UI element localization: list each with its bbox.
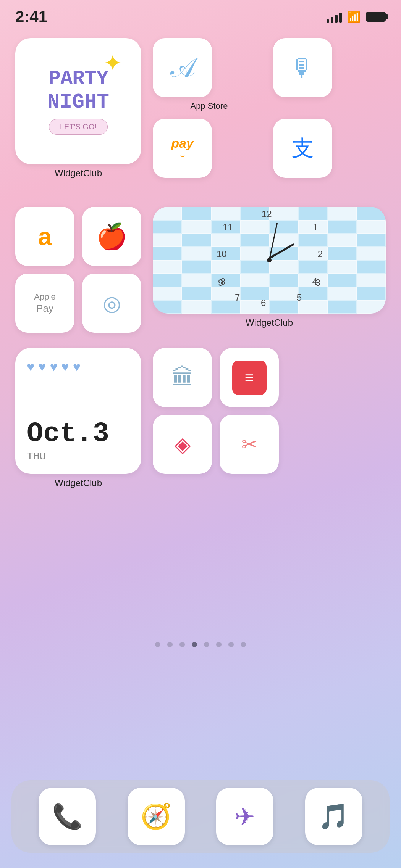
clock-face: 12 1 2 3 4 5 6 7 8 9 10 11 bbox=[216, 207, 323, 314]
alipay-container: 支 bbox=[273, 119, 386, 192]
dock-telegram[interactable]: ✈ bbox=[216, 788, 273, 845]
clock-num-5: 5 bbox=[297, 292, 302, 303]
apple-symbol: 🍎 bbox=[96, 222, 127, 251]
telegram-icon: ✈ bbox=[234, 802, 255, 831]
clock-num-4: 4 bbox=[312, 276, 317, 287]
clock-num-10: 10 bbox=[217, 249, 227, 259]
capcut-icon[interactable]: ✂ bbox=[220, 415, 279, 474]
wifi-icon: 📶 bbox=[347, 11, 361, 23]
safari-icon: 🧭 bbox=[141, 802, 171, 831]
microphone-container: 🎙 bbox=[273, 38, 386, 111]
amazon-pay-text: pay bbox=[171, 136, 194, 151]
dock: 📞 🧭 ✈ 🎵 bbox=[11, 780, 390, 853]
party-night-widget[interactable]: ✦ PARTY NIGHT LET'S GO! WidgetClub bbox=[15, 38, 141, 179]
appstore-letter: 𝒜 bbox=[171, 52, 194, 84]
heart-4: ♥ bbox=[61, 359, 69, 374]
clock-widget[interactable]: 12 1 2 3 4 5 6 7 8 9 10 11 bbox=[153, 207, 386, 314]
audible-icon[interactable]: ◎ bbox=[82, 274, 141, 333]
date-widget-container: ♥ ♥ ♥ ♥ ♥ Oct.3 THU WidgetClub bbox=[15, 348, 141, 488]
clock-num-1: 1 bbox=[313, 222, 318, 233]
mic-symbol: 🎙 bbox=[290, 53, 315, 82]
page-dot-1[interactable] bbox=[167, 642, 173, 647]
row3-right-grid: 🏛 ≡ ◈ ✂ bbox=[153, 348, 279, 474]
dock-music[interactable]: 🎵 bbox=[305, 788, 362, 845]
museum-icon[interactable]: 🏛 bbox=[153, 348, 212, 407]
signal-bar-2 bbox=[331, 17, 333, 23]
clock-widget-label: WidgetClub bbox=[246, 317, 293, 328]
page-dot-4[interactable] bbox=[204, 642, 209, 647]
buffer-symbol: ◈ bbox=[175, 432, 191, 457]
clock-num-7: 7 bbox=[235, 292, 240, 303]
party-widget-label: WidgetClub bbox=[15, 168, 141, 179]
microphone-icon[interactable]: 🎙 bbox=[273, 38, 332, 97]
clock-num-6: 6 bbox=[261, 298, 266, 308]
heart-1: ♥ bbox=[27, 359, 34, 374]
row2: a 🍎 Apple Pay ◎ bbox=[15, 207, 386, 333]
amazon-pay-icon[interactable]: pay ⌣ bbox=[153, 119, 212, 178]
dock-phone[interactable]: 📞 bbox=[39, 788, 96, 845]
rednotes-symbol: ≡ bbox=[245, 369, 254, 386]
heart-3: ♥ bbox=[50, 359, 57, 374]
capcut-symbol: ✂ bbox=[241, 433, 257, 456]
page-dot-7[interactable] bbox=[241, 642, 246, 647]
app-store-label: App Store bbox=[153, 101, 265, 111]
clock-center-dot bbox=[267, 258, 272, 262]
apple-store-icon[interactable]: 🍎 bbox=[82, 207, 141, 266]
signal-bar-4 bbox=[339, 13, 342, 23]
date-widget[interactable]: ♥ ♥ ♥ ♥ ♥ Oct.3 THU bbox=[15, 348, 141, 474]
page-dot-2[interactable] bbox=[179, 642, 185, 647]
amazon-pay-container: pay ⌣ bbox=[153, 119, 265, 192]
amazon-arrow: ⌣ bbox=[180, 151, 185, 161]
app-store-container: 𝒜 App Store bbox=[153, 38, 265, 111]
museum-symbol: 🏛 bbox=[171, 364, 194, 391]
buffer-icon[interactable]: ◈ bbox=[153, 415, 212, 474]
apple-pay-text: Pay bbox=[36, 303, 53, 314]
top-right-grid: 𝒜 App Store 🎙 pay ⌣ bbox=[153, 38, 386, 192]
home-screen: 2:41 📶 ✦ PARTY NIGHT LET'S GO! bbox=[0, 0, 401, 868]
clock-widget-container: 12 1 2 3 4 5 6 7 8 9 10 11 bbox=[153, 207, 386, 328]
apple-pay-apple-icon: Apple bbox=[34, 292, 55, 302]
alipay-symbol: 支 bbox=[292, 134, 314, 163]
dock-safari[interactable]: 🧭 bbox=[128, 788, 185, 845]
row3: ♥ ♥ ♥ ♥ ♥ Oct.3 THU WidgetClub bbox=[15, 348, 386, 607]
clock-num-12: 12 bbox=[262, 209, 272, 219]
page-dot-6[interactable] bbox=[228, 642, 234, 647]
status-icons: 📶 bbox=[327, 11, 386, 23]
music-icon: 🎵 bbox=[318, 802, 349, 831]
date-display: Oct.3 bbox=[27, 420, 130, 448]
right-2x2-row3: 🏛 ≡ ◈ ✂ bbox=[153, 348, 386, 607]
left-2x2-grid: a 🍎 Apple Pay ◎ bbox=[15, 207, 141, 333]
page-dot-3-active[interactable] bbox=[192, 642, 197, 647]
signal-icon bbox=[327, 11, 342, 23]
date-widget-label: WidgetClub bbox=[15, 478, 141, 488]
audible-symbol: ◎ bbox=[103, 291, 121, 316]
app-store-icon[interactable]: 𝒜 bbox=[153, 38, 212, 97]
page-dot-0[interactable] bbox=[155, 642, 160, 647]
battery-icon bbox=[366, 12, 386, 22]
signal-bar-3 bbox=[335, 15, 338, 23]
day-display: THU bbox=[27, 451, 130, 462]
party-title-line2: NIGHT bbox=[47, 90, 109, 114]
amazon-icon[interactable]: a bbox=[15, 207, 74, 266]
party-title-line1: PARTY bbox=[48, 68, 108, 90]
apple-pay-icon[interactable]: Apple Pay bbox=[15, 274, 74, 333]
heart-5: ♥ bbox=[73, 359, 81, 374]
status-bar: 2:41 📶 bbox=[0, 0, 401, 27]
star-decoration: ✦ bbox=[103, 50, 122, 76]
rednotes-icon[interactable]: ≡ bbox=[220, 348, 279, 407]
lets-go-button: LET'S GO! bbox=[49, 119, 108, 135]
page-dot-5[interactable] bbox=[216, 642, 222, 647]
clock-num-2: 2 bbox=[318, 249, 323, 259]
clock-num-9: 9 bbox=[218, 277, 223, 288]
rednotes-bg: ≡ bbox=[232, 361, 267, 395]
page-dots bbox=[15, 630, 386, 659]
clock-num-11: 11 bbox=[223, 222, 233, 233]
heart-2: ♥ bbox=[38, 359, 46, 374]
phone-icon: 📞 bbox=[52, 802, 83, 831]
row1: ✦ PARTY NIGHT LET'S GO! WidgetClub 𝒜 App… bbox=[15, 38, 386, 192]
pixel-hearts: ♥ ♥ ♥ ♥ ♥ bbox=[27, 359, 130, 374]
signal-bar-1 bbox=[327, 19, 329, 23]
status-time: 2:41 bbox=[15, 8, 47, 26]
alipay-icon[interactable]: 支 bbox=[273, 119, 332, 178]
amazon-a-symbol: a bbox=[38, 222, 52, 251]
